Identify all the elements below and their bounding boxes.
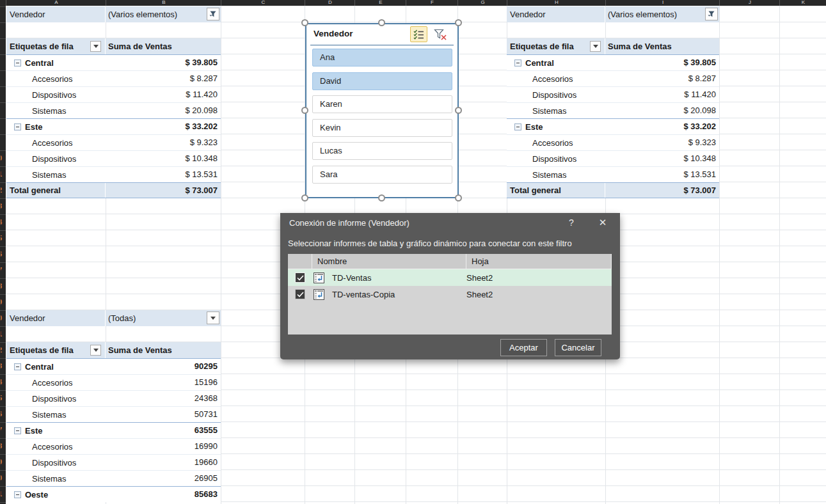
row-value[interactable]: 85683 xyxy=(106,487,221,502)
row-label[interactable]: Sistemas xyxy=(32,474,66,484)
filter-value-cell[interactable]: (Varios elementos) xyxy=(605,6,719,22)
row-labels-filter-button[interactable] xyxy=(90,41,101,52)
filter-field-cell[interactable]: Vendedor xyxy=(6,310,106,326)
row-value[interactable]: 16990 xyxy=(106,439,221,454)
connection-row[interactable]: TD-ventas-Copia Sheet2 xyxy=(288,286,612,303)
collapse-icon[interactable] xyxy=(14,59,21,67)
column-header[interactable]: J xyxy=(719,0,780,6)
row-value[interactable]: 24368 xyxy=(106,391,221,406)
resize-handle[interactable] xyxy=(301,19,308,26)
filter-field-cell[interactable]: Vendedor xyxy=(6,6,106,22)
collapse-icon[interactable] xyxy=(14,427,21,434)
filter-value-cell[interactable]: (Todas) xyxy=(106,310,221,326)
column-header[interactable]: G xyxy=(457,0,507,6)
row-label[interactable]: Dispositivos xyxy=(32,458,76,468)
help-icon[interactable]: ? xyxy=(565,217,578,228)
row-label[interactable]: Sistemas xyxy=(32,410,66,420)
slicer-item-sara[interactable]: Sara xyxy=(312,166,452,184)
row-value[interactable]: 63555 xyxy=(106,423,221,438)
collapse-icon[interactable] xyxy=(514,123,521,130)
row-value[interactable]: $ 73.007 xyxy=(605,183,719,198)
row-label[interactable]: Dispositivos xyxy=(32,154,76,164)
row-label[interactable]: Oeste xyxy=(25,490,48,500)
row-value[interactable]: $ 39.805 xyxy=(106,55,221,70)
row-value[interactable]: $ 10.348 xyxy=(106,151,221,166)
row-value[interactable]: $ 13.531 xyxy=(106,167,221,182)
multi-select-button[interactable] xyxy=(410,26,427,42)
row-value[interactable]: $ 8.287 xyxy=(605,71,719,86)
filter-applied-button[interactable] xyxy=(207,8,219,20)
slicer-item-ana[interactable]: Ana xyxy=(312,49,452,67)
row-label[interactable]: Accesorios xyxy=(32,138,73,148)
slicer-item-lucas[interactable]: Lucas xyxy=(312,142,452,160)
row-labels-filter-button[interactable] xyxy=(590,41,601,52)
resize-handle[interactable] xyxy=(301,107,308,114)
row-label[interactable]: Dispositivos xyxy=(532,90,576,100)
collapse-icon[interactable] xyxy=(14,491,21,498)
row-value[interactable]: $ 9.323 xyxy=(605,135,719,150)
filter-value-cell[interactable]: (Varios elementos) xyxy=(106,6,221,22)
row-label[interactable]: Total general xyxy=(10,185,61,195)
row-value[interactable]: $ 13.531 xyxy=(605,167,719,182)
row-value[interactable]: $ 33.202 xyxy=(106,119,221,134)
row-label[interactable]: Accesorios xyxy=(532,138,573,148)
row-label[interactable]: Sistemas xyxy=(532,170,566,180)
column-header[interactable]: E xyxy=(354,0,406,6)
row-value[interactable]: 90295 xyxy=(106,359,221,374)
row-label[interactable]: Accesorios xyxy=(32,74,73,84)
connection-row[interactable]: TD-Ventas Sheet2 xyxy=(288,269,612,286)
row-label[interactable]: Central xyxy=(525,58,554,68)
column-header[interactable]: A xyxy=(6,0,106,6)
row-label[interactable]: Este xyxy=(25,426,42,436)
resize-handle[interactable] xyxy=(378,194,385,201)
row-value[interactable]: $ 8.287 xyxy=(106,71,221,86)
row-labels-filter-button[interactable] xyxy=(90,345,101,356)
resize-handle[interactable] xyxy=(378,19,385,26)
row-label[interactable]: Accesorios xyxy=(532,74,573,84)
column-header[interactable]: H xyxy=(507,0,606,6)
row-value[interactable]: $ 20.098 xyxy=(605,103,719,118)
filter-field-cell[interactable]: Vendedor xyxy=(507,6,605,22)
row-value[interactable]: $ 10.348 xyxy=(605,151,719,166)
row-label[interactable]: Sistemas xyxy=(32,170,66,180)
checkbox[interactable] xyxy=(295,289,305,299)
column-header[interactable]: D xyxy=(305,0,355,6)
resize-handle[interactable] xyxy=(455,107,462,114)
close-icon[interactable]: ✕ xyxy=(596,217,610,228)
collapse-icon[interactable] xyxy=(14,363,21,370)
collapse-icon[interactable] xyxy=(14,123,21,130)
resize-handle[interactable] xyxy=(455,194,462,201)
row-label[interactable]: Dispositivos xyxy=(532,154,576,164)
checkbox[interactable] xyxy=(295,272,305,283)
column-header[interactable]: I xyxy=(605,0,720,6)
row-value[interactable]: $ 11.420 xyxy=(605,87,719,102)
accept-button[interactable]: Aceptar xyxy=(500,339,547,356)
cancel-button[interactable]: Cancelar xyxy=(555,339,601,356)
row-label[interactable]: Sistemas xyxy=(532,106,566,116)
slicer-item-kevin[interactable]: Kevin xyxy=(312,119,452,137)
row-value[interactable]: 19660 xyxy=(106,455,221,470)
row-value[interactable]: $ 33.202 xyxy=(605,119,719,134)
collapse-icon[interactable] xyxy=(514,59,521,67)
slicer-item-david[interactable]: David xyxy=(312,72,452,90)
row-value[interactable]: 50731 xyxy=(106,407,221,422)
row-label[interactable]: Total general xyxy=(510,185,561,195)
row-value[interactable]: $ 39.805 xyxy=(605,55,719,70)
filter-applied-button[interactable] xyxy=(705,8,718,20)
row-label[interactable]: Sistemas xyxy=(32,106,66,116)
filter-dropdown-button[interactable] xyxy=(207,311,219,324)
row-label[interactable]: Central xyxy=(25,58,54,68)
row-label[interactable]: Dispositivos xyxy=(32,394,76,404)
row-value[interactable]: $ 11.420 xyxy=(106,87,221,102)
row-value[interactable]: $ 9.323 xyxy=(106,135,221,150)
column-header[interactable]: C xyxy=(221,0,305,6)
column-header[interactable]: K xyxy=(779,0,826,6)
row-label[interactable]: Dispositivos xyxy=(32,90,76,100)
row-value[interactable]: $ 20.098 xyxy=(106,103,221,118)
row-label[interactable]: Accesorios xyxy=(32,442,73,452)
column-header[interactable]: F xyxy=(406,0,458,6)
row-value[interactable]: 26905 xyxy=(106,471,221,486)
clear-filter-button[interactable] xyxy=(431,26,449,42)
row-label[interactable]: Accesorios xyxy=(32,378,73,388)
row-label[interactable]: Este xyxy=(525,122,543,132)
